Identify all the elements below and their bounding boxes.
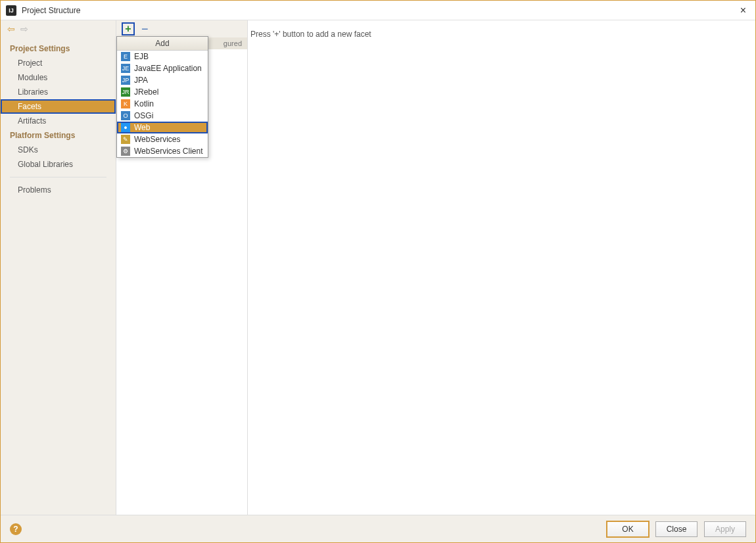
popup-item-webservices[interactable]: ✎WebServices	[117, 133, 208, 145]
popup-title: Add	[117, 37, 208, 51]
webservices-icon: ✎	[121, 135, 130, 144]
popup-item-osgi[interactable]: OOSGi	[117, 110, 208, 122]
detail-panel: Press '+' button to add a new facet	[248, 20, 755, 515]
close-icon[interactable]: ×	[736, 3, 750, 18]
section-platform-settings: Platform Settings	[1, 128, 116, 143]
popup-item-kotlin[interactable]: KKotlin	[117, 98, 208, 110]
osgi-icon: O	[121, 111, 130, 120]
popup-item-label: OSGi	[134, 111, 153, 120]
popup-item-label: WebServices	[134, 135, 180, 144]
facet-list-panel: + − gured Add EEJBJEJavaEE ApplicationJP…	[116, 20, 248, 515]
apply-button[interactable]: Apply	[704, 521, 746, 537]
popup-item-label: JavaEE Application	[134, 64, 202, 73]
sidebar-item-artifacts[interactable]: Artifacts	[1, 114, 116, 128]
popup-item-label: Web	[134, 123, 150, 132]
add-popup: Add EEJBJEJavaEE ApplicationJPJPAJRJRebe…	[116, 36, 208, 158]
add-button[interactable]: +	[122, 22, 135, 35]
sidebar-item-project[interactable]: Project	[1, 56, 116, 70]
popup-item-webservices-client[interactable]: ⚙WebServices Client	[117, 145, 208, 157]
back-icon[interactable]: ⇦	[7, 24, 15, 34]
kotlin-icon: K	[121, 99, 130, 108]
ejb-icon: E	[121, 52, 130, 61]
popup-item-jpa[interactable]: JPJPA	[117, 74, 208, 86]
section-project-settings: Project Settings	[1, 41, 116, 56]
web-icon: ●	[121, 123, 130, 132]
popup-item-jrebel[interactable]: JRJRebel	[117, 86, 208, 98]
sidebar-item-sdks[interactable]: SDKs	[1, 143, 116, 157]
footer: ? OK Close Apply	[1, 515, 755, 542]
close-button[interactable]: Close	[655, 521, 697, 537]
hint-text: Press '+' button to add a new facet	[250, 30, 753, 39]
popup-item-label: EJB	[134, 52, 149, 61]
popup-item-label: JPA	[134, 76, 148, 85]
forward-icon[interactable]: ⇨	[20, 24, 28, 34]
popup-item-label: Kotlin	[134, 99, 154, 108]
popup-item-javaee-application[interactable]: JEJavaEE Application	[117, 62, 208, 74]
jpa-icon: JP	[121, 76, 130, 85]
popup-item-label: WebServices Client	[134, 147, 202, 156]
javaee-application-icon: JE	[121, 64, 130, 73]
sidebar-item-libraries[interactable]: Libraries	[1, 85, 116, 99]
popup-item-label: JRebel	[134, 87, 158, 97]
app-icon: IJ	[6, 5, 16, 16]
sidebar: ⇦ ⇨ Project Settings ProjectModulesLibra…	[1, 20, 116, 515]
remove-button[interactable]: −	[141, 22, 149, 36]
jrebel-icon: JR	[121, 87, 130, 97]
window-title: Project Structure	[22, 6, 80, 15]
popup-item-web[interactable]: ●Web	[117, 122, 208, 133]
nav-list: Project Settings ProjectModulesLibraries…	[1, 37, 116, 515]
divider	[10, 177, 106, 177]
sidebar-item-facets[interactable]: Facets	[1, 99, 116, 114]
body: ⇦ ⇨ Project Settings ProjectModulesLibra…	[1, 20, 755, 515]
help-icon[interactable]: ?	[10, 523, 22, 535]
sidebar-item-modules[interactable]: Modules	[1, 70, 116, 85]
nav-arrows: ⇦ ⇨	[1, 20, 116, 37]
project-structure-window: IJ Project Structure × ⇦ ⇨ Project Setti…	[0, 0, 756, 543]
mid-toolbar: + −	[116, 20, 247, 37]
sidebar-item-global-libraries[interactable]: Global Libraries	[1, 157, 116, 172]
ok-button[interactable]: OK	[607, 521, 649, 537]
webservices-client-icon: ⚙	[121, 147, 130, 156]
sidebar-item-problems[interactable]: Problems	[1, 183, 116, 197]
titlebar: IJ Project Structure ×	[1, 1, 755, 20]
popup-item-ejb[interactable]: EEJB	[117, 51, 208, 62]
